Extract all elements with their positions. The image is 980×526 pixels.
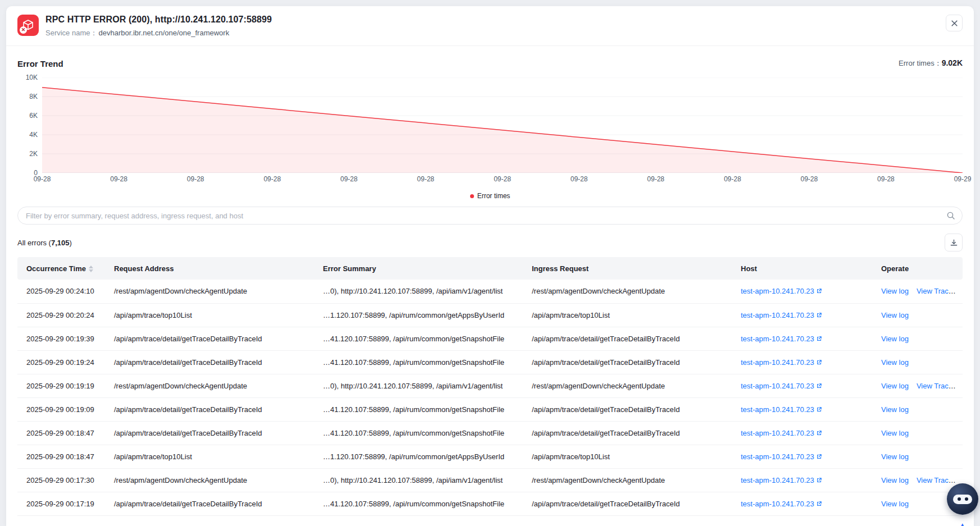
legend-label: Error times bbox=[477, 192, 510, 200]
error-badge-icon: ✕ bbox=[20, 26, 27, 34]
host-link[interactable]: test-apm-10.241.70.23 bbox=[741, 452, 822, 461]
table-row: 2025-09-29 00:18:47/api/apm/trace/detail… bbox=[17, 421, 963, 445]
filter-bar bbox=[17, 207, 963, 225]
occurrence-time-cell: 2025-09-29 00:19:39 bbox=[17, 327, 107, 350]
view-log-link[interactable]: View log bbox=[881, 287, 909, 295]
external-link-icon bbox=[816, 383, 822, 389]
view-trace-link[interactable]: View Trace bbox=[917, 476, 960, 484]
area-chart-svg bbox=[42, 77, 963, 173]
operate-cell: View log bbox=[874, 327, 963, 350]
host-cell: test-apm-10.241.70.23 bbox=[734, 350, 874, 374]
table-row: 2025-09-29 00:19:09/api/apm/trace/detail… bbox=[17, 397, 963, 421]
service-name-label: Service name： bbox=[45, 29, 97, 37]
close-button[interactable] bbox=[946, 15, 963, 31]
view-log-link[interactable]: View log bbox=[881, 335, 909, 343]
view-log-link[interactable]: View log bbox=[881, 358, 909, 367]
external-link-icon bbox=[816, 312, 822, 318]
column-error-summary: Error Summary bbox=[316, 257, 525, 280]
modal-title: RPC HTTP ERROR (200), http://10.241.120.… bbox=[45, 15, 272, 25]
filter-input[interactable] bbox=[17, 207, 963, 225]
view-trace-link[interactable]: View Trace bbox=[917, 382, 960, 390]
view-log-link[interactable]: View log bbox=[881, 500, 909, 508]
request-address-cell: /rest/apm/agentDown/checkAgentUpdate bbox=[107, 374, 316, 397]
x-axis-label: 09-29 bbox=[954, 175, 972, 183]
view-log-link[interactable]: View log bbox=[881, 311, 909, 319]
table-row: 2025-09-29 00:24:10/rest/apm/agentDown/c… bbox=[17, 280, 963, 303]
search-icon[interactable] bbox=[946, 211, 955, 220]
host-link[interactable]: test-apm-10.241.70.23 bbox=[741, 335, 822, 343]
ingress-request-cell: /api/apm/trace/detail/getTraceDetailByTr… bbox=[525, 421, 734, 445]
table-row: 2025-09-29 00:20:24/api/apm/trace/top10L… bbox=[17, 303, 963, 327]
host-link[interactable]: test-apm-10.241.70.23 bbox=[741, 476, 822, 484]
service-name-value: devharbor.ibr.net.cn/one/one_framework bbox=[98, 29, 229, 37]
host-cell: test-apm-10.241.70.23 bbox=[734, 421, 874, 445]
y-axis-tick: 6K bbox=[29, 112, 38, 120]
host-cell: test-apm-10.241.70.23 bbox=[734, 492, 874, 515]
chart-x-axis: 09-2809-2809-2809-2809-2809-2809-2809-28… bbox=[42, 175, 963, 187]
host-link[interactable]: test-apm-10.241.70.23 bbox=[741, 500, 822, 508]
view-log-link[interactable]: View log bbox=[881, 405, 909, 414]
host-link[interactable]: test-apm-10.241.70.23 bbox=[741, 382, 822, 390]
ingress-request-cell: /api/apm/trace/detail/getTraceDetailByTr… bbox=[525, 397, 734, 421]
assistant-robot-button[interactable] bbox=[947, 483, 978, 515]
ingress-request-cell: /rest/apm/agentDown/checkAgentUpdate bbox=[525, 280, 734, 303]
view-log-link[interactable]: View log bbox=[881, 476, 909, 484]
request-address-cell: /api/apm/trace/detail/getTraceDetailByTr… bbox=[107, 397, 316, 421]
y-axis-tick: 8K bbox=[29, 93, 38, 100]
external-link-icon bbox=[816, 359, 822, 365]
external-link-icon bbox=[816, 477, 822, 483]
x-axis-label: 09-28 bbox=[877, 175, 895, 183]
occurrence-time-cell: 2025-09-29 00:18:47 bbox=[17, 445, 107, 468]
x-axis-label: 09-28 bbox=[187, 175, 204, 183]
host-link[interactable]: test-apm-10.241.70.23 bbox=[741, 429, 822, 437]
chart-y-axis: 10K8K6K4K2K0 bbox=[17, 77, 42, 173]
view-trace-link[interactable]: View Trace bbox=[917, 287, 960, 295]
host-cell: test-apm-10.241.70.23 bbox=[734, 374, 874, 397]
table-row: 2025-09-29 00:19:19/rest/apm/agentDown/c… bbox=[17, 374, 963, 397]
host-link[interactable]: test-apm-10.241.70.23 bbox=[741, 358, 822, 367]
rpc-error-app-icon: ✕ bbox=[17, 15, 39, 36]
error-summary-cell: …41.120.107:58899, /api/rum/common/getSn… bbox=[316, 421, 525, 445]
request-address-cell: /api/apm/trace/top10List bbox=[107, 445, 316, 468]
x-axis-label: 09-28 bbox=[647, 175, 664, 183]
sort-carets-icon[interactable] bbox=[89, 266, 93, 272]
view-log-link[interactable]: View log bbox=[881, 382, 909, 390]
external-link-icon bbox=[954, 288, 960, 294]
external-link-icon bbox=[816, 501, 822, 507]
robot-face-icon bbox=[953, 495, 972, 504]
operate-cell: View log bbox=[874, 350, 963, 374]
column-occurrence-time[interactable]: Occurrence Time bbox=[17, 257, 107, 280]
host-link[interactable]: test-apm-10.241.70.23 bbox=[741, 287, 822, 295]
error-trend-title: Error Trend bbox=[17, 59, 63, 68]
error-summary-cell: …0), http://10.241.120.107:58899, /api/i… bbox=[316, 280, 525, 303]
occurrence-time-cell: 2025-09-29 00:19:19 bbox=[17, 374, 107, 397]
download-button[interactable] bbox=[945, 234, 963, 251]
host-link[interactable]: test-apm-10.241.70.23 bbox=[741, 405, 822, 414]
occurrence-time-cell: 2025-09-29 00:20:24 bbox=[17, 303, 107, 327]
occurrence-time-cell: 2025-09-29 00:19:09 bbox=[17, 397, 107, 421]
error-summary-cell: …1.120.107:58899, /api/rum/common/getApp… bbox=[316, 445, 525, 468]
ingress-request-cell: /rest/apm/agentDown/checkAgentUpdate bbox=[525, 374, 734, 397]
request-address-cell: /api/apm/trace/detail/getTraceDetailByTr… bbox=[107, 492, 316, 515]
all-errors-count: All errors (7,105) bbox=[17, 239, 72, 247]
request-address-cell: /api/apm/trace/top10List bbox=[107, 303, 316, 327]
host-link[interactable]: test-apm-10.241.70.23 bbox=[741, 311, 822, 319]
close-icon bbox=[951, 20, 958, 27]
host-cell: test-apm-10.241.70.23 bbox=[734, 468, 874, 492]
legend-dot-icon bbox=[470, 194, 474, 198]
host-cell: test-apm-10.241.70.23 bbox=[734, 327, 874, 350]
all-errors-number: 7,105 bbox=[51, 239, 70, 247]
view-log-link[interactable]: View log bbox=[881, 429, 909, 437]
external-link-icon bbox=[816, 288, 822, 294]
external-link-icon bbox=[816, 406, 822, 413]
download-icon bbox=[950, 239, 958, 247]
view-log-link[interactable]: View log bbox=[881, 452, 909, 461]
modal-body: Error Trend Error times：9.02K 10K8K6K4K2… bbox=[6, 58, 974, 516]
host-cell: test-apm-10.241.70.23 bbox=[734, 280, 874, 303]
x-axis-label: 09-28 bbox=[571, 175, 588, 183]
x-axis-label: 09-28 bbox=[800, 175, 818, 183]
x-axis-label: 09-28 bbox=[724, 175, 741, 183]
chart-legend[interactable]: Error times bbox=[17, 192, 963, 200]
x-axis-label: 09-28 bbox=[494, 175, 511, 183]
error-summary-cell: …0), http://10.241.120.107:58899, /api/i… bbox=[316, 468, 525, 492]
